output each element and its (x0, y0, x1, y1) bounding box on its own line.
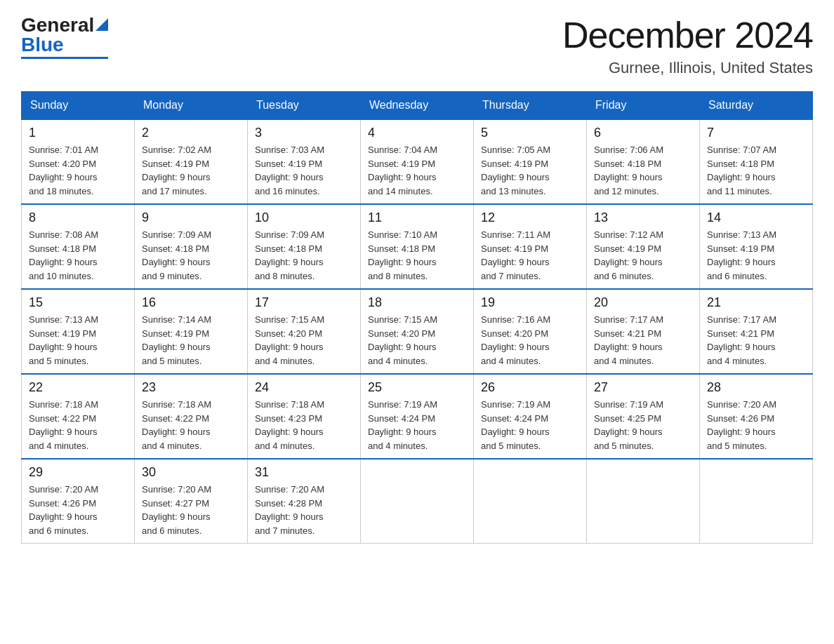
calendar-cell: 7 Sunrise: 7:07 AM Sunset: 4:18 PM Dayli… (700, 119, 813, 204)
day-number: 7 (707, 126, 805, 140)
calendar-cell: 24 Sunrise: 7:18 AM Sunset: 4:23 PM Dayl… (248, 374, 361, 459)
day-number: 9 (142, 210, 240, 225)
calendar-cell (700, 459, 813, 544)
day-info: Sunrise: 7:12 AM Sunset: 4:19 PM Dayligh… (594, 228, 692, 283)
day-info: Sunrise: 7:07 AM Sunset: 4:18 PM Dayligh… (707, 143, 805, 198)
day-info: Sunrise: 7:20 AM Sunset: 4:28 PM Dayligh… (255, 483, 353, 537)
calendar-cell: 28 Sunrise: 7:20 AM Sunset: 4:26 PM Dayl… (700, 374, 813, 459)
month-title: December 2024 (562, 14, 813, 56)
weekday-header-monday: Monday (135, 92, 248, 120)
calendar-cell: 14 Sunrise: 7:13 AM Sunset: 4:19 PM Dayl… (700, 204, 813, 289)
calendar-week-row: 15 Sunrise: 7:13 AM Sunset: 4:19 PM Dayl… (22, 289, 813, 374)
day-info: Sunrise: 7:20 AM Sunset: 4:27 PM Dayligh… (142, 483, 240, 537)
day-info: Sunrise: 7:15 AM Sunset: 4:20 PM Dayligh… (255, 313, 353, 368)
calendar-cell (361, 459, 474, 544)
day-number: 18 (368, 295, 466, 310)
calendar-week-row: 1 Sunrise: 7:01 AM Sunset: 4:20 PM Dayli… (22, 119, 813, 204)
day-info: Sunrise: 7:13 AM Sunset: 4:19 PM Dayligh… (707, 228, 805, 283)
calendar-cell: 17 Sunrise: 7:15 AM Sunset: 4:20 PM Dayl… (248, 289, 361, 374)
calendar-cell: 26 Sunrise: 7:19 AM Sunset: 4:24 PM Dayl… (474, 374, 587, 459)
logo-blue-text: Blue (21, 34, 64, 56)
day-number: 26 (481, 380, 579, 395)
weekday-header-saturday: Saturday (700, 92, 813, 120)
logo: General Blue (21, 14, 108, 59)
day-number: 4 (368, 126, 466, 140)
day-info: Sunrise: 7:20 AM Sunset: 4:26 PM Dayligh… (29, 483, 127, 537)
day-number: 28 (707, 380, 805, 395)
day-info: Sunrise: 7:14 AM Sunset: 4:19 PM Dayligh… (142, 313, 240, 368)
day-info: Sunrise: 7:19 AM Sunset: 4:24 PM Dayligh… (481, 398, 579, 452)
day-info: Sunrise: 7:18 AM Sunset: 4:23 PM Dayligh… (255, 398, 353, 452)
day-number: 15 (29, 295, 127, 310)
day-info: Sunrise: 7:16 AM Sunset: 4:20 PM Dayligh… (481, 313, 579, 368)
calendar-cell: 1 Sunrise: 7:01 AM Sunset: 4:20 PM Dayli… (22, 119, 135, 204)
weekday-header-friday: Friday (587, 92, 700, 120)
calendar-cell: 31 Sunrise: 7:20 AM Sunset: 4:28 PM Dayl… (248, 459, 361, 544)
day-info: Sunrise: 7:02 AM Sunset: 4:19 PM Dayligh… (142, 143, 240, 198)
calendar-cell: 10 Sunrise: 7:09 AM Sunset: 4:18 PM Dayl… (248, 204, 361, 289)
day-number: 5 (481, 126, 579, 140)
day-info: Sunrise: 7:20 AM Sunset: 4:26 PM Dayligh… (707, 398, 805, 452)
weekday-header-sunday: Sunday (22, 92, 135, 120)
day-number: 13 (594, 210, 692, 225)
day-number: 29 (29, 465, 127, 480)
day-info: Sunrise: 7:17 AM Sunset: 4:21 PM Dayligh… (707, 313, 805, 368)
calendar-cell: 11 Sunrise: 7:10 AM Sunset: 4:18 PM Dayl… (361, 204, 474, 289)
day-number: 19 (481, 295, 579, 310)
day-number: 27 (594, 380, 692, 395)
calendar-week-row: 8 Sunrise: 7:08 AM Sunset: 4:18 PM Dayli… (22, 204, 813, 289)
day-info: Sunrise: 7:01 AM Sunset: 4:20 PM Dayligh… (29, 143, 127, 198)
weekday-header-thursday: Thursday (474, 92, 587, 120)
calendar-cell: 16 Sunrise: 7:14 AM Sunset: 4:19 PM Dayl… (135, 289, 248, 374)
calendar-cell: 5 Sunrise: 7:05 AM Sunset: 4:19 PM Dayli… (474, 119, 587, 204)
day-info: Sunrise: 7:10 AM Sunset: 4:18 PM Dayligh… (368, 228, 466, 283)
calendar-cell: 9 Sunrise: 7:09 AM Sunset: 4:18 PM Dayli… (135, 204, 248, 289)
calendar-cell: 15 Sunrise: 7:13 AM Sunset: 4:19 PM Dayl… (22, 289, 135, 374)
day-info: Sunrise: 7:11 AM Sunset: 4:19 PM Dayligh… (481, 228, 579, 283)
day-number: 31 (255, 465, 353, 480)
calendar-cell: 21 Sunrise: 7:17 AM Sunset: 4:21 PM Dayl… (700, 289, 813, 374)
day-info: Sunrise: 7:19 AM Sunset: 4:25 PM Dayligh… (594, 398, 692, 452)
calendar-week-row: 22 Sunrise: 7:18 AM Sunset: 4:22 PM Dayl… (22, 374, 813, 459)
day-number: 21 (707, 295, 805, 310)
day-info: Sunrise: 7:17 AM Sunset: 4:21 PM Dayligh… (594, 313, 692, 368)
calendar-cell: 4 Sunrise: 7:04 AM Sunset: 4:19 PM Dayli… (361, 119, 474, 204)
calendar-cell: 22 Sunrise: 7:18 AM Sunset: 4:22 PM Dayl… (22, 374, 135, 459)
calendar-cell: 3 Sunrise: 7:03 AM Sunset: 4:19 PM Dayli… (248, 119, 361, 204)
calendar-cell: 8 Sunrise: 7:08 AM Sunset: 4:18 PM Dayli… (22, 204, 135, 289)
day-info: Sunrise: 7:09 AM Sunset: 4:18 PM Dayligh… (142, 228, 240, 283)
day-number: 16 (142, 295, 240, 310)
day-number: 23 (142, 380, 240, 395)
calendar-cell: 23 Sunrise: 7:18 AM Sunset: 4:22 PM Dayl… (135, 374, 248, 459)
title-block: December 2024 Gurnee, Illinois, United S… (562, 14, 813, 77)
calendar-cell: 18 Sunrise: 7:15 AM Sunset: 4:20 PM Dayl… (361, 289, 474, 374)
calendar-cell: 27 Sunrise: 7:19 AM Sunset: 4:25 PM Dayl… (587, 374, 700, 459)
day-number: 12 (481, 210, 579, 225)
day-number: 6 (594, 126, 692, 140)
day-info: Sunrise: 7:09 AM Sunset: 4:18 PM Dayligh… (255, 228, 353, 283)
day-number: 1 (29, 126, 127, 140)
day-number: 14 (707, 210, 805, 225)
day-number: 10 (255, 210, 353, 225)
calendar-table: SundayMondayTuesdayWednesdayThursdayFrid… (21, 91, 813, 544)
calendar-cell: 19 Sunrise: 7:16 AM Sunset: 4:20 PM Dayl… (474, 289, 587, 374)
weekday-header-row: SundayMondayTuesdayWednesdayThursdayFrid… (22, 92, 813, 120)
calendar-cell: 20 Sunrise: 7:17 AM Sunset: 4:21 PM Dayl… (587, 289, 700, 374)
day-info: Sunrise: 7:05 AM Sunset: 4:19 PM Dayligh… (481, 143, 579, 198)
svg-marker-0 (95, 18, 108, 31)
day-number: 30 (142, 465, 240, 480)
location-title: Gurnee, Illinois, United States (562, 59, 813, 77)
calendar-cell: 2 Sunrise: 7:02 AM Sunset: 4:19 PM Dayli… (135, 119, 248, 204)
day-number: 17 (255, 295, 353, 310)
calendar-cell: 12 Sunrise: 7:11 AM Sunset: 4:19 PM Dayl… (474, 204, 587, 289)
calendar-cell: 6 Sunrise: 7:06 AM Sunset: 4:18 PM Dayli… (587, 119, 700, 204)
weekday-header-tuesday: Tuesday (248, 92, 361, 120)
day-info: Sunrise: 7:15 AM Sunset: 4:20 PM Dayligh… (368, 313, 466, 368)
day-number: 11 (368, 210, 466, 225)
logo-underline (21, 57, 108, 59)
calendar-cell: 30 Sunrise: 7:20 AM Sunset: 4:27 PM Dayl… (135, 459, 248, 544)
day-number: 25 (368, 380, 466, 395)
calendar-cell (587, 459, 700, 544)
day-number: 8 (29, 210, 127, 225)
weekday-header-wednesday: Wednesday (361, 92, 474, 120)
